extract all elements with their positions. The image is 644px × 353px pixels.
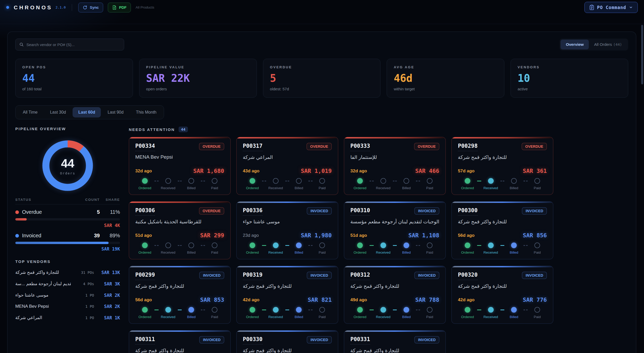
time-filter-button[interactable]: Last 60d xyxy=(73,107,101,117)
status-badge: INVOICED xyxy=(307,272,332,279)
card-accent-bar xyxy=(237,266,338,267)
search-box[interactable] xyxy=(15,39,124,50)
po-age: 49d ago xyxy=(350,297,367,303)
po-card[interactable]: P00298 OVERDUE للتجارة واكثر قمح شركة 57… xyxy=(451,137,553,195)
po-amount: SAR 821 xyxy=(308,297,332,303)
po-age: 32d ago xyxy=(135,168,152,174)
step-ordered: Ordered xyxy=(135,178,154,190)
po-age: 32d ago xyxy=(350,168,367,174)
status-share: 89% xyxy=(100,233,120,239)
step-dot-icon xyxy=(142,178,148,184)
po-card[interactable]: P00333 OVERDUE للإستثمار الفا 32d ago SA… xyxy=(344,137,446,195)
card-accent-bar xyxy=(237,137,338,138)
needs-attention-title: NEEDS ATTENTION xyxy=(129,127,175,132)
po-number: P00336 xyxy=(243,207,263,216)
view-tab[interactable]: All Orders(44) xyxy=(589,40,627,49)
status-count: 5 xyxy=(81,209,100,215)
step-paid: Paid xyxy=(313,242,332,254)
step-connector xyxy=(201,310,205,310)
status-badge: INVOICED xyxy=(307,336,332,343)
page-scrollbar[interactable] xyxy=(641,25,643,351)
po-card[interactable]: P00312 INVOICED للتجارة واكثر قمح شركة 4… xyxy=(344,266,446,324)
po-card[interactable]: P00320 INVOICED للتجارة واكثر قمح شركة 4… xyxy=(451,266,553,324)
time-filter-button[interactable]: Last 30d xyxy=(44,107,72,117)
po-card[interactable]: P00330 INVOICED للتجارة واكثر قمح شركة O… xyxy=(236,330,338,353)
step-dot-icon xyxy=(319,178,325,184)
step-connector xyxy=(500,181,505,181)
po-age: 43d ago xyxy=(243,168,259,174)
time-filter-button[interactable]: Last 90d xyxy=(102,107,129,117)
step-connector xyxy=(393,245,397,246)
step-dot-icon xyxy=(273,242,279,248)
po-amount: SAR 788 xyxy=(415,297,439,303)
status-dot-icon xyxy=(15,210,19,214)
step-dot-icon xyxy=(250,307,255,313)
pdf-button[interactable]: PDF xyxy=(108,3,131,12)
step-dot-icon xyxy=(296,307,302,313)
step-connector xyxy=(201,245,205,246)
step-label: Billed xyxy=(402,251,411,254)
po-progress-steps: OrderedReceivedBilledPaid xyxy=(458,307,547,319)
po-card[interactable]: P00331 INVOICED للتجارة واكثر قمح شركة O… xyxy=(344,330,446,353)
view-tab[interactable]: Overview xyxy=(561,40,589,49)
step-label: Ordered xyxy=(353,251,366,254)
vendor-row: الوجبات لتقديم لبنان أرجوحة مطعم ...سة 4… xyxy=(15,281,120,286)
po-number: P00331 xyxy=(350,336,370,344)
po-card[interactable]: P00299 INVOICED للتجارة واكثر قمح شركة 5… xyxy=(129,266,231,324)
po-command-dropdown[interactable]: PO Command xyxy=(584,2,638,13)
needs-attention-section: NEEDS ATTENTION 44 P00334 OVERDUE MENA B… xyxy=(129,127,628,353)
step-connector xyxy=(477,245,481,246)
po-card[interactable]: P00319 INVOICED للتجارة واكثر قمح شركة 4… xyxy=(236,266,338,324)
kpi-value: 10 xyxy=(518,72,621,84)
step-paid: Paid xyxy=(313,178,332,190)
po-card[interactable]: P00317 OVERDUE المراعي شركة 43d ago SAR … xyxy=(236,137,338,195)
search-input[interactable] xyxy=(26,42,120,47)
step-ordered: Ordered xyxy=(350,307,370,319)
step-dot-icon xyxy=(212,178,217,184)
po-vendor-name: للتجارة واكثر قمح شركة xyxy=(458,154,547,160)
vendor-amount: SAR 1K xyxy=(94,315,120,320)
time-filter-button[interactable]: All Time xyxy=(17,107,43,117)
status-badge: INVOICED xyxy=(414,207,439,215)
step-label: Received xyxy=(161,186,175,190)
po-age: 23d ago xyxy=(243,233,259,238)
time-filter-button[interactable]: This Month xyxy=(130,107,162,117)
po-number: P00306 xyxy=(135,207,155,216)
po-card[interactable]: P00311 INVOICED للتجارة واكثر قمح شركة O… xyxy=(129,330,231,353)
po-amount: SAR 776 xyxy=(523,297,547,303)
po-card[interactable]: P00306 OVERDUE للقرطاسية الحديثة باشكيل … xyxy=(129,201,231,259)
step-dot-icon xyxy=(212,307,217,313)
pipeline-sidebar: PIPELINE OVERVIEW 44 Orders STATUS COUNT… xyxy=(15,127,120,353)
po-vendor-name: المراعي شركة xyxy=(243,154,332,160)
step-ordered: Ordered xyxy=(135,307,154,319)
step-label: Ordered xyxy=(461,251,474,254)
step-connector xyxy=(178,181,182,181)
step-dot-icon xyxy=(488,307,494,313)
po-card[interactable]: P00334 OVERDUE MENA Bev Pepsi 32d ago SA… xyxy=(129,137,231,195)
sync-button[interactable]: Sync xyxy=(78,3,103,12)
po-number: P00300 xyxy=(458,207,478,216)
step-label: Received xyxy=(376,251,391,254)
status-rows: Overdue 5 11% SAR 4K Invoiced 39 89% SAR… xyxy=(15,209,120,252)
po-vendor-name: للتجارة واكثر قمح شركة xyxy=(458,283,547,289)
po-card[interactable]: P00310 INVOICED الوجبات لتقديم لبنان أرج… xyxy=(344,201,446,259)
step-received: Received xyxy=(374,242,393,254)
po-card[interactable]: P00336 INVOICED موسى عاشتا حواء 23d ago … xyxy=(236,201,338,259)
step-connector xyxy=(262,181,266,181)
step-ordered: Ordered xyxy=(458,178,477,190)
status-table-header: STATUS COUNT SHARE xyxy=(15,198,120,204)
step-label: Paid xyxy=(426,315,433,319)
kpi-value: SAR 22K xyxy=(146,72,250,84)
step-label: Ordered xyxy=(353,315,366,319)
step-billed: Billed xyxy=(182,242,201,254)
po-card[interactable]: P00300 INVOICED للتجارة واكثر قمح شركة 5… xyxy=(451,201,553,259)
po-progress-steps: OrderedReceivedBilledPaid xyxy=(243,242,332,254)
status-badge: INVOICED xyxy=(414,272,439,279)
step-connector xyxy=(370,245,374,246)
scrollbar-thumb[interactable] xyxy=(641,25,643,84)
step-label: Billed xyxy=(402,186,411,190)
po-vendor-name: للقرطاسية الحديثة باشكيل مكتبة xyxy=(135,219,224,225)
po-age: 57d ago xyxy=(458,168,475,174)
step-dot-icon xyxy=(319,307,325,313)
step-ordered: Ordered xyxy=(458,242,477,254)
